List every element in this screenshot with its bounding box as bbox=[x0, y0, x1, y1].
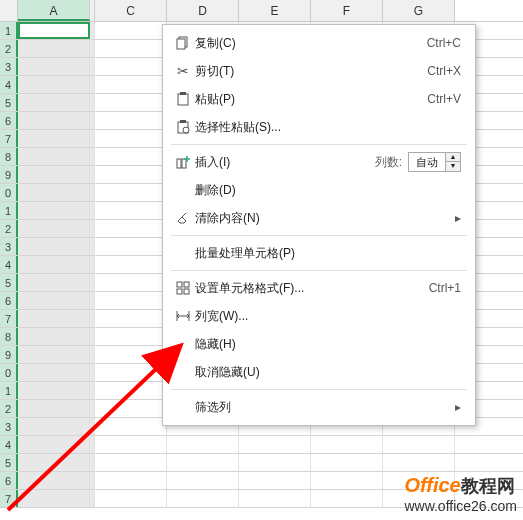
cell[interactable] bbox=[95, 40, 167, 57]
menu-unhide[interactable]: 取消隐藏(U) bbox=[163, 358, 475, 386]
cell[interactable] bbox=[18, 364, 90, 381]
cell[interactable] bbox=[18, 256, 90, 273]
cell[interactable] bbox=[18, 130, 90, 147]
col-header-D[interactable]: D bbox=[167, 0, 239, 21]
cell[interactable] bbox=[18, 382, 90, 399]
cell[interactable] bbox=[311, 472, 383, 489]
cell[interactable] bbox=[18, 238, 90, 255]
cell[interactable] bbox=[18, 346, 90, 363]
menu-insert[interactable]: 插入(I) 列数: 自动 ▲ ▼ bbox=[163, 148, 475, 176]
cell[interactable] bbox=[18, 184, 90, 201]
row-header[interactable]: 9 bbox=[0, 166, 18, 183]
row-header[interactable]: 5 bbox=[0, 454, 18, 471]
cell[interactable] bbox=[239, 472, 311, 489]
cell[interactable] bbox=[95, 238, 167, 255]
cell[interactable] bbox=[18, 472, 90, 489]
cell[interactable] bbox=[95, 112, 167, 129]
cell[interactable] bbox=[167, 454, 239, 471]
row-header[interactable]: 8 bbox=[0, 148, 18, 165]
row-header[interactable]: 1 bbox=[0, 22, 18, 39]
menu-copy[interactable]: 复制(C) Ctrl+C bbox=[163, 29, 475, 57]
col-header-C[interactable]: C bbox=[95, 0, 167, 21]
row-header[interactable]: 6 bbox=[0, 112, 18, 129]
row-header[interactable]: 3 bbox=[0, 58, 18, 75]
cell[interactable] bbox=[18, 328, 90, 345]
cell[interactable] bbox=[18, 310, 90, 327]
row-header[interactable]: 2 bbox=[0, 40, 18, 57]
cell[interactable] bbox=[383, 454, 455, 471]
cell[interactable] bbox=[18, 400, 90, 417]
select-all-corner[interactable] bbox=[0, 0, 18, 21]
cell[interactable] bbox=[18, 58, 90, 75]
cell[interactable] bbox=[18, 94, 90, 111]
cell[interactable] bbox=[95, 436, 167, 453]
cell[interactable] bbox=[239, 436, 311, 453]
row-header[interactable]: 5 bbox=[0, 94, 18, 111]
cell[interactable] bbox=[95, 166, 167, 183]
cell[interactable] bbox=[18, 76, 90, 93]
row-header[interactable]: 2 bbox=[0, 400, 18, 417]
row-header[interactable]: 2 bbox=[0, 220, 18, 237]
cell[interactable] bbox=[95, 184, 167, 201]
col-header-F[interactable]: F bbox=[311, 0, 383, 21]
cell[interactable] bbox=[95, 274, 167, 291]
row-header[interactable]: 1 bbox=[0, 382, 18, 399]
cell[interactable] bbox=[95, 256, 167, 273]
cell[interactable] bbox=[18, 454, 90, 471]
cell[interactable] bbox=[18, 148, 90, 165]
cell[interactable] bbox=[18, 202, 90, 219]
menu-format-cells[interactable]: 设置单元格格式(F)... Ctrl+1 bbox=[163, 274, 475, 302]
menu-column-width[interactable]: 列宽(W)... bbox=[163, 302, 475, 330]
row-header[interactable]: 8 bbox=[0, 328, 18, 345]
cell[interactable] bbox=[18, 40, 90, 57]
cell[interactable] bbox=[95, 346, 167, 363]
menu-batch[interactable]: 批量处理单元格(P) bbox=[163, 239, 475, 267]
row-header[interactable]: 4 bbox=[0, 256, 18, 273]
row-header[interactable]: 3 bbox=[0, 238, 18, 255]
cell[interactable] bbox=[18, 436, 90, 453]
cell[interactable] bbox=[95, 220, 167, 237]
cell[interactable] bbox=[95, 148, 167, 165]
cell[interactable] bbox=[95, 454, 167, 471]
row-header[interactable]: 5 bbox=[0, 274, 18, 291]
cell[interactable] bbox=[95, 292, 167, 309]
row-header[interactable]: 7 bbox=[0, 130, 18, 147]
cell[interactable] bbox=[167, 436, 239, 453]
spinner-down[interactable]: ▼ bbox=[446, 162, 460, 171]
col-header-A[interactable]: A bbox=[18, 0, 90, 21]
row-header[interactable]: 4 bbox=[0, 76, 18, 93]
menu-filter-column[interactable]: 筛选列 ▸ bbox=[163, 393, 475, 421]
cell[interactable] bbox=[95, 94, 167, 111]
cell[interactable] bbox=[311, 454, 383, 471]
cell[interactable] bbox=[95, 364, 167, 381]
cell[interactable] bbox=[18, 166, 90, 183]
cell[interactable] bbox=[95, 418, 167, 435]
cell[interactable] bbox=[95, 202, 167, 219]
cell[interactable] bbox=[95, 58, 167, 75]
insert-count-spinner[interactable]: 自动 ▲ ▼ bbox=[408, 152, 461, 172]
cell[interactable] bbox=[95, 328, 167, 345]
cell[interactable] bbox=[18, 274, 90, 291]
cell[interactable] bbox=[383, 436, 455, 453]
row-header[interactable]: 7 bbox=[0, 490, 18, 507]
cell[interactable] bbox=[18, 22, 90, 39]
menu-delete[interactable]: 删除(D) bbox=[163, 176, 475, 204]
row-header[interactable]: 0 bbox=[0, 364, 18, 381]
cell[interactable] bbox=[95, 400, 167, 417]
cell[interactable] bbox=[455, 454, 523, 471]
row-header[interactable]: 3 bbox=[0, 418, 18, 435]
row-header[interactable]: 7 bbox=[0, 310, 18, 327]
row-header[interactable]: 6 bbox=[0, 472, 18, 489]
cell[interactable] bbox=[95, 472, 167, 489]
cell[interactable] bbox=[95, 76, 167, 93]
cell[interactable] bbox=[311, 436, 383, 453]
cell[interactable] bbox=[18, 418, 90, 435]
row-header[interactable]: 1 bbox=[0, 202, 18, 219]
cell[interactable] bbox=[455, 436, 523, 453]
cell[interactable] bbox=[239, 490, 311, 507]
cell[interactable] bbox=[18, 490, 90, 507]
col-header-E[interactable]: E bbox=[239, 0, 311, 21]
menu-clear[interactable]: 清除内容(N) ▸ bbox=[163, 204, 475, 232]
spinner-up[interactable]: ▲ bbox=[446, 153, 460, 162]
row-header[interactable]: 0 bbox=[0, 184, 18, 201]
